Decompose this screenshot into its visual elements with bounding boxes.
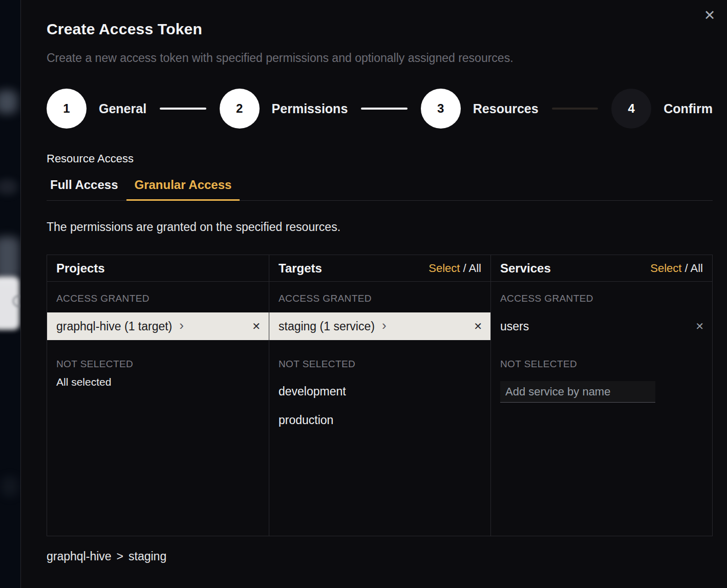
services-all-link[interactable]: All	[691, 262, 703, 275]
step-resources[interactable]: 3 Resources	[421, 89, 539, 129]
remove-service-icon[interactable]: ✕	[695, 320, 704, 332]
targets-column: Targets Select / All ACCESS GRANTED stag…	[269, 255, 490, 536]
step-label: Confirm	[664, 101, 713, 116]
target-item-development[interactable]: development	[269, 377, 490, 406]
step-confirm[interactable]: 4 Confirm	[611, 89, 713, 129]
chevron-right-icon: ›	[382, 319, 387, 332]
services-select-link[interactable]: Select	[650, 262, 681, 275]
services-column-header: Services Select / All	[491, 255, 712, 282]
projects-column-body: ACCESS GRANTED graphql-hive (1 target) ›…	[47, 282, 269, 388]
step-label: Resources	[473, 101, 539, 116]
background-blur-shape	[0, 237, 19, 281]
remove-project-icon[interactable]: ✕	[252, 320, 261, 332]
service-row-label: users	[500, 320, 529, 333]
access-granted-label: ACCESS GRANTED	[47, 293, 269, 304]
step-connector	[160, 108, 206, 110]
access-granted-label: ACCESS GRANTED	[491, 293, 712, 304]
dialog-title: Create Access Token	[47, 20, 713, 38]
targets-select-link[interactable]: Select	[429, 262, 460, 275]
background-blur-shape	[0, 90, 17, 114]
selection-breadcrumb: graphql-hive > staging	[47, 550, 713, 563]
dialog-subtitle: Create a new access token with specified…	[47, 51, 713, 65]
close-icon[interactable]: ✕	[700, 6, 719, 25]
breadcrumb-separator: >	[117, 550, 123, 563]
projects-column: Projects ACCESS GRANTED graphql-hive (1 …	[47, 255, 269, 536]
targets-column-header: Targets Select / All	[269, 255, 490, 282]
select-all-separator: /	[460, 262, 468, 275]
service-row-users[interactable]: users ✕	[491, 312, 712, 340]
targets-column-body: ACCESS GRANTED staging (1 service) › ✕ N…	[269, 282, 490, 434]
resource-selection-table: Projects ACCESS GRANTED graphql-hive (1 …	[47, 255, 713, 536]
chevron-right-icon: ›	[179, 319, 184, 332]
create-access-token-dialog: ✕ Create Access Token Create a new acces…	[20, 0, 727, 588]
access-granted-label: ACCESS GRANTED	[269, 293, 490, 304]
step-number-circle: 1	[47, 89, 87, 129]
project-row-label: graphql-hive (1 target)	[56, 320, 172, 333]
step-permissions[interactable]: 2 Permissions	[220, 89, 348, 129]
resource-access-heading: Resource Access	[47, 152, 713, 165]
step-label: General	[99, 101, 146, 116]
background-blur-shape	[1, 476, 18, 497]
tab-full-access[interactable]: Full Access	[47, 178, 126, 200]
services-column: Services Select / All ACCESS GRANTED use…	[490, 255, 712, 536]
access-mode-tabs: Full Access Granular Access	[47, 178, 713, 201]
wizard-stepper: 1 General 2 Permissions 3 Resources 4 Co…	[47, 89, 713, 129]
services-column-body: ACCESS GRANTED users ✕ NOT SELECTED	[491, 282, 712, 403]
services-header-label: Services	[500, 261, 551, 276]
project-row-graphql-hive[interactable]: graphql-hive (1 target) › ✕	[47, 312, 269, 340]
not-selected-label: NOT SELECTED	[47, 359, 269, 370]
target-row-staging[interactable]: staging (1 service) › ✕	[269, 312, 490, 340]
step-number-circle: 4	[611, 89, 651, 129]
target-item-production[interactable]: production	[269, 406, 490, 434]
targets-all-link[interactable]: All	[469, 262, 481, 275]
targets-unselected-list: development production	[269, 377, 490, 434]
remove-target-icon[interactable]: ✕	[474, 320, 482, 332]
background-blur-shape	[12, 295, 21, 307]
granular-access-description: The permissions are granted on the speci…	[47, 220, 713, 234]
target-row-label: staging (1 service)	[279, 320, 375, 333]
select-all-separator: /	[681, 262, 690, 275]
projects-column-header: Projects	[47, 255, 269, 282]
targets-header-label: Targets	[279, 261, 322, 276]
step-connector	[552, 108, 598, 110]
breadcrumb-project: graphql-hive	[47, 550, 112, 563]
tab-granular-access[interactable]: Granular Access	[126, 178, 240, 200]
step-number-circle: 2	[220, 89, 260, 129]
all-selected-note: All selected	[47, 376, 269, 388]
step-number-circle: 3	[421, 89, 461, 129]
targets-select-all: Select / All	[429, 262, 481, 275]
step-general[interactable]: 1 General	[47, 89, 146, 129]
not-selected-label: NOT SELECTED	[491, 359, 712, 370]
services-select-all: Select / All	[650, 262, 703, 275]
background-page-blurred	[0, 0, 21, 588]
breadcrumb-target: staging	[129, 550, 166, 563]
projects-header-label: Projects	[56, 261, 105, 276]
add-service-input[interactable]	[500, 381, 655, 403]
not-selected-label: NOT SELECTED	[269, 359, 490, 370]
background-blur-shape	[0, 179, 17, 195]
step-label: Permissions	[272, 101, 348, 116]
step-connector	[361, 108, 408, 110]
